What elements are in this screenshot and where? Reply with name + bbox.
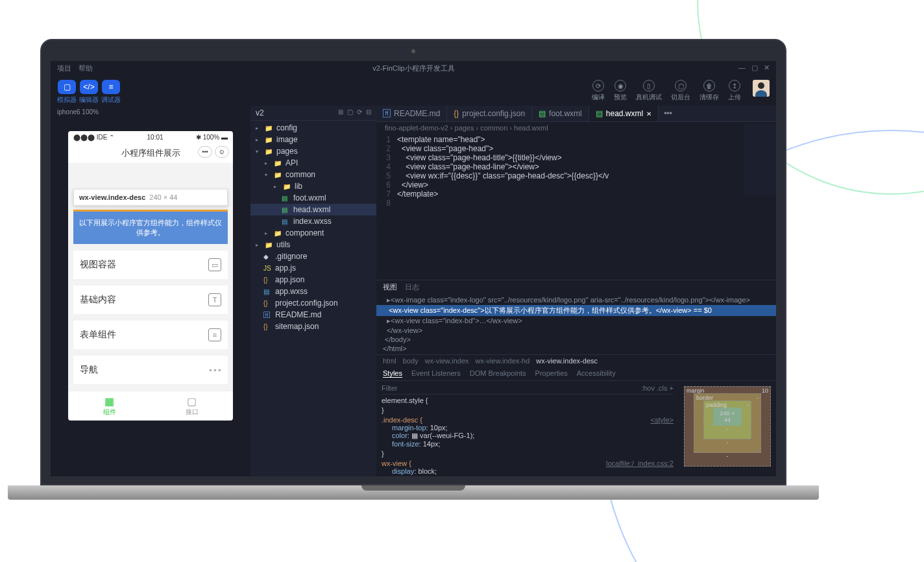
phone-page-title: 小程序组件展示: [121, 148, 180, 158]
menu-project[interactable]: 项目: [57, 64, 71, 72]
action-clear-cache[interactable]: 🗑清缓存: [699, 80, 719, 102]
action-background[interactable]: ▢切后台: [671, 80, 690, 102]
mode-simulator[interactable]: ▢模拟器: [57, 80, 77, 104]
minimap[interactable]: [744, 124, 776, 195]
tree-folder[interactable]: ▸📁image: [250, 134, 376, 145]
phone-tab-api[interactable]: ▢接口: [151, 391, 233, 421]
sim-device-label: iphone6 100%: [51, 106, 250, 118]
list-item[interactable]: 视图容器▭: [73, 250, 228, 279]
inspect-tooltip: wx-view.index-desc240 × 44: [73, 189, 228, 206]
tree-folder[interactable]: ▸📁utils: [250, 239, 376, 250]
phone-tab-components[interactable]: ▦组件: [68, 391, 151, 421]
highlighted-element: 以下用展示小程序官方组件能力，组件样式仅供参考。: [73, 210, 228, 244]
avatar[interactable]: [753, 80, 770, 97]
tree-file[interactable]: {}sitemap.json: [250, 321, 376, 332]
dom-tab-log[interactable]: 日志: [405, 282, 419, 292]
dom-tab-view[interactable]: 视图: [383, 282, 397, 292]
menu-icon: ≡: [208, 328, 221, 341]
devtab-listeners[interactable]: Event Listeners: [411, 369, 461, 378]
list-item[interactable]: 表单组件≡: [73, 321, 228, 349]
maximize-icon[interactable]: ▢: [751, 64, 758, 71]
tree-folder[interactable]: ▾📁common: [250, 169, 376, 180]
phone-time: 10:01: [147, 134, 164, 141]
minimize-icon[interactable]: —: [738, 64, 746, 71]
devtab-styles[interactable]: Styles: [383, 369, 402, 378]
titlebar: 项目 帮助 v2-FinClip小程序开发工具 — ▢ ✕: [51, 61, 776, 76]
action-compile[interactable]: ⟳编译: [592, 80, 605, 102]
list-item[interactable]: 基础内容T: [73, 286, 228, 314]
tree-file[interactable]: JSapp.js: [250, 262, 376, 274]
cls-toggle[interactable]: .cls: [657, 384, 668, 392]
breadcrumb: fino-applet-demo-v2›pages›common›head.wx…: [376, 122, 776, 134]
add-rule-icon[interactable]: +: [670, 384, 674, 392]
tab-close-icon[interactable]: ✕: [646, 110, 651, 117]
tree-file-active[interactable]: ▤head.wxml: [250, 204, 376, 215]
list-item[interactable]: 导航∘∘∘: [73, 356, 228, 384]
mode-editor[interactable]: </>编辑器: [79, 80, 99, 104]
tree-file[interactable]: {}project.config.json: [250, 297, 376, 309]
tree-folder[interactable]: ▸📁API: [250, 157, 376, 169]
action-upload[interactable]: ↥上传: [728, 80, 741, 102]
dom-breadcrumb: htmlbodywx-view.indexwx-view.index-hdwx-…: [376, 354, 776, 367]
tab-overflow-icon[interactable]: •••: [659, 109, 677, 118]
menu-help[interactable]: 帮助: [79, 64, 93, 72]
action-preview[interactable]: ◉预览: [614, 80, 627, 102]
tree-folder[interactable]: ▾📁pages: [250, 145, 376, 157]
tree-file[interactable]: {}app.json: [250, 274, 376, 286]
laptop-frame: 项目 帮助 v2-FinClip小程序开发工具 — ▢ ✕ ▢模拟器 </>编辑…: [40, 39, 786, 500]
tree-file[interactable]: ▤app.wxss: [250, 286, 376, 297]
text-icon: T: [208, 293, 221, 306]
hov-toggle[interactable]: :hov: [641, 384, 655, 392]
tab-foot[interactable]: ▤foot.wxml: [532, 106, 589, 121]
styles-panel[interactable]: Filter :hov .cls + element.style { } .in…: [376, 381, 679, 476]
refresh-icon[interactable]: ⟳: [357, 108, 362, 117]
collapse-icon[interactable]: ⊟: [366, 108, 371, 117]
tree-file[interactable]: 🄼README.md: [250, 309, 376, 321]
tree-file[interactable]: ▤foot.wxml: [250, 192, 376, 204]
phone-battery: ✱ 100% ▬: [196, 134, 228, 141]
tree-folder[interactable]: ▸📁component: [250, 227, 376, 239]
tab-readme[interactable]: 🄼README.md: [376, 106, 447, 121]
tree-folder[interactable]: ▸📁config: [250, 122, 376, 134]
more-icon: ∘∘∘: [208, 363, 221, 376]
tree-file[interactable]: ▤index.wxss: [250, 215, 376, 227]
dom-tree[interactable]: ▸<wx-image class="index-logo" src="../re…: [376, 294, 776, 354]
devtab-properties[interactable]: Properties: [535, 369, 568, 378]
phone-close-icon[interactable]: ⊙: [215, 146, 229, 158]
window-title: v2-FinClip小程序开发工具: [372, 64, 455, 73]
app-window: 项目 帮助 v2-FinClip小程序开发工具 — ▢ ✕ ▢模拟器 </>编辑…: [51, 61, 776, 476]
tab-head-active[interactable]: ▤head.wxml✕: [589, 106, 659, 121]
styles-filter-input[interactable]: Filter: [382, 384, 397, 392]
container-icon: ▭: [208, 258, 221, 271]
dom-selected-node[interactable]: <wx-view class="index-desc">以下将展示小程序官方组件…: [376, 305, 776, 316]
new-folder-icon[interactable]: ▢: [347, 108, 353, 117]
code-editor[interactable]: 1<template name="head"> 2 <view class="p…: [376, 134, 776, 209]
action-remote-debug[interactable]: ▯真机调试: [636, 80, 662, 102]
new-file-icon[interactable]: ⊞: [338, 108, 343, 117]
tree-folder[interactable]: ▸📁lib: [250, 180, 376, 192]
box-model: margin10 border- padding- 240 × 44 - - -: [679, 381, 776, 476]
mode-debugger[interactable]: ≡调试器: [101, 80, 121, 104]
close-icon[interactable]: ✕: [764, 64, 770, 71]
tree-file[interactable]: ◆.gitignore: [250, 250, 376, 262]
phone-signal: ⬤⬤⬤ IDE ⌃: [73, 134, 114, 141]
devtab-breakpoints[interactable]: DOM Breakpoints: [470, 369, 526, 378]
phone-more-icon[interactable]: •••: [198, 146, 212, 158]
simulator-phone: ⬤⬤⬤ IDE ⌃ 10:01 ✱ 100% ▬ 小程序组件展示 ••• ⊙ w…: [68, 131, 233, 421]
devtab-accessibility[interactable]: Accessibility: [577, 369, 616, 378]
tree-root-label: v2: [256, 108, 264, 117]
tab-project-config[interactable]: {}project.config.json: [447, 106, 532, 121]
